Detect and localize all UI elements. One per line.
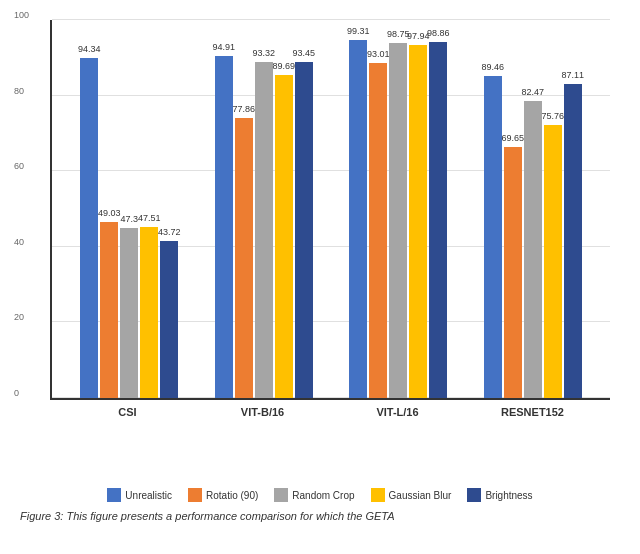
bar-value-label: 75.76	[541, 111, 564, 121]
bar: 97.94	[409, 45, 427, 398]
bar: 93.32	[255, 62, 273, 398]
bar: 89.46	[484, 76, 502, 398]
bar-value-label: 47.3	[120, 214, 138, 224]
bar-value-label: 93.32	[252, 48, 275, 58]
bar: 94.91	[215, 56, 233, 398]
chart-area: 02040608010094.3449.0347.347.5143.7294.9…	[50, 20, 610, 400]
bar-group: 94.9177.8693.3289.6993.45	[197, 56, 332, 398]
bar-wrapper: 94.34	[80, 58, 98, 398]
legend-color-box	[467, 488, 481, 502]
bar-value-label: 82.47	[521, 87, 544, 97]
bar-wrapper: 43.72	[160, 241, 178, 398]
legend-label: Random Crop	[292, 490, 354, 501]
legend-label: Brightness	[485, 490, 532, 501]
bar-value-label: 89.69	[272, 61, 295, 71]
bar-wrapper: 98.75	[389, 43, 407, 399]
bar-wrapper: 89.69	[275, 75, 293, 398]
legend-color-box	[188, 488, 202, 502]
bar: 75.76	[544, 125, 562, 398]
bar: 49.03	[100, 222, 118, 399]
x-axis-label: CSI	[60, 400, 195, 418]
bar-wrapper: 47.51	[140, 227, 158, 398]
x-axis-label: VIT-B/16	[195, 400, 330, 418]
bar-wrapper: 89.46	[484, 76, 502, 398]
bar: 69.65	[504, 147, 522, 398]
bar: 47.51	[140, 227, 158, 398]
legend-item: Unrealistic	[107, 488, 172, 502]
legend-label: Unrealistic	[125, 490, 172, 501]
bar-wrapper: 93.32	[255, 62, 273, 398]
bar-value-label: 89.46	[481, 62, 504, 72]
bar: 77.86	[235, 118, 253, 398]
legend: UnrealisticRotatio (90)Random CropGaussi…	[0, 480, 640, 506]
bar-wrapper: 94.91	[215, 56, 233, 398]
caption: Figure 3: This figure presents a perform…	[0, 506, 640, 526]
bar: 43.72	[160, 241, 178, 398]
legend-label: Rotatio (90)	[206, 490, 258, 501]
bar: 87.11	[564, 84, 582, 398]
x-labels: CSIVIT-B/16VIT-L/16RESNET152	[50, 400, 610, 418]
bar: 89.69	[275, 75, 293, 398]
x-axis-label: RESNET152	[465, 400, 600, 418]
bar-wrapper: 99.31	[349, 40, 367, 398]
bar-group: 99.3193.0198.7597.9498.86	[331, 40, 466, 398]
bar: 98.86	[429, 42, 447, 398]
bar-wrapper: 77.86	[235, 118, 253, 398]
bar: 94.34	[80, 58, 98, 398]
bar-wrapper: 93.01	[369, 63, 387, 398]
bar-value-label: 43.72	[158, 227, 181, 237]
bar-group: 94.3449.0347.347.5143.72	[62, 58, 197, 398]
legend-label: Gaussian Blur	[389, 490, 452, 501]
bar-value-label: 93.45	[292, 48, 315, 58]
bar-value-label: 47.51	[138, 213, 161, 223]
bar-wrapper: 69.65	[504, 147, 522, 398]
bar-wrapper: 98.86	[429, 42, 447, 398]
legend-color-box	[274, 488, 288, 502]
legend-item: Brightness	[467, 488, 532, 502]
bar-value-label: 49.03	[98, 208, 121, 218]
bar-value-label: 94.34	[78, 44, 101, 54]
bar-value-label: 94.91	[212, 42, 235, 52]
bar-wrapper: 87.11	[564, 84, 582, 398]
legend-item: Rotatio (90)	[188, 488, 258, 502]
bar-wrapper: 49.03	[100, 222, 118, 399]
chart-container: 02040608010094.3449.0347.347.5143.7294.9…	[0, 0, 640, 480]
legend-color-box	[371, 488, 385, 502]
legend-item: Gaussian Blur	[371, 488, 452, 502]
bar: 98.75	[389, 43, 407, 399]
bar-value-label: 87.11	[561, 70, 584, 80]
bar-wrapper: 82.47	[524, 101, 542, 398]
bar-wrapper: 93.45	[295, 62, 313, 398]
bar-group: 89.4669.6582.4775.7687.11	[466, 76, 601, 398]
bar-value-label: 77.86	[232, 104, 255, 114]
bar-wrapper: 97.94	[409, 45, 427, 398]
bar-value-label: 98.86	[427, 28, 450, 38]
bar: 82.47	[524, 101, 542, 398]
legend-color-box	[107, 488, 121, 502]
bar-groups: 94.3449.0347.347.5143.7294.9177.8693.328…	[52, 20, 610, 398]
bar: 93.45	[295, 62, 313, 398]
bar-wrapper: 75.76	[544, 125, 562, 398]
bar: 93.01	[369, 63, 387, 398]
x-axis-label: VIT-L/16	[330, 400, 465, 418]
bar-value-label: 99.31	[347, 26, 370, 36]
bar-wrapper: 47.3	[120, 228, 138, 398]
bar-value-label: 69.65	[501, 133, 524, 143]
bar: 47.3	[120, 228, 138, 398]
bar-value-label: 93.01	[367, 49, 390, 59]
legend-item: Random Crop	[274, 488, 354, 502]
bar: 99.31	[349, 40, 367, 398]
